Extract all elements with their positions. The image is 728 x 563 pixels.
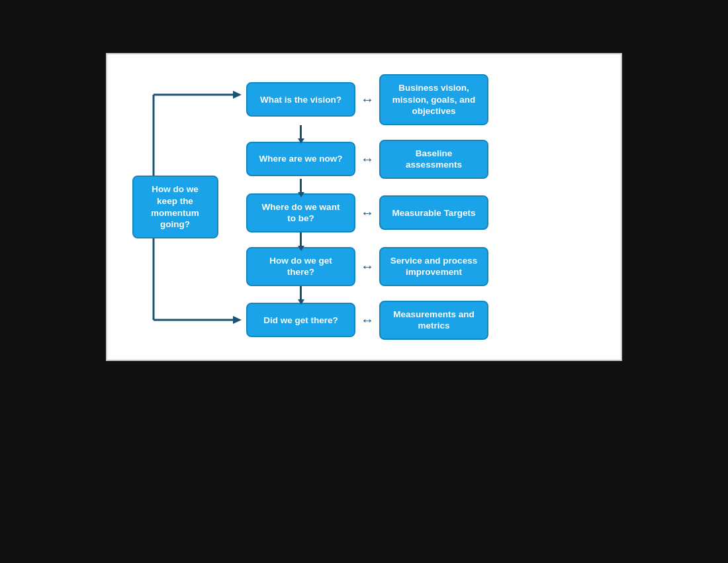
down-arrow-4 xyxy=(298,299,304,305)
down-arrow-2 xyxy=(298,192,304,197)
v-conn-1 xyxy=(246,125,355,140)
arrow-4: ↔ xyxy=(361,259,374,274)
service-process-label: Service and process improvement xyxy=(390,255,478,278)
diagram-container: How do we keep the momentum going? What … xyxy=(106,53,622,361)
double-arrow-1: ↔ xyxy=(361,92,374,107)
how-get-box: How do we get there? xyxy=(246,247,355,286)
arrow-3: ↔ xyxy=(361,205,374,221)
where-now-box: Where are we now? xyxy=(246,142,355,176)
row-5: Did we get there? ↔ Measurements and met… xyxy=(246,301,488,340)
main-layout: How do we keep the momentum going? What … xyxy=(127,74,601,340)
row-4: How do we get there? ↔ Service and proce… xyxy=(246,247,488,286)
v-conn-3 xyxy=(246,232,355,247)
v-conn-2 xyxy=(246,179,355,193)
v-line-3 xyxy=(300,232,302,247)
measurements-box: Measurements and metrics xyxy=(379,301,488,340)
v-line-1 xyxy=(300,125,302,140)
double-arrow-5: ↔ xyxy=(361,313,374,328)
arrow-1: ↔ xyxy=(361,92,374,107)
v-line-4 xyxy=(300,286,302,301)
svg-marker-2 xyxy=(233,91,242,99)
baseline-label: Baseline assessments xyxy=(390,148,478,171)
measurable-targets-box: Measurable Targets xyxy=(379,195,488,230)
row-3: Where do we want to be? ↔ Measurable Tar… xyxy=(246,193,488,232)
did-get-box: Did we get there? xyxy=(246,303,355,337)
down-arrow-1 xyxy=(298,138,304,144)
business-vision-box: Business vision, mission, goals, and obj… xyxy=(379,74,488,125)
momentum-box: How do we keep the momentum going? xyxy=(132,176,218,238)
double-arrow-2: ↔ xyxy=(361,152,374,167)
double-arrow-3: ↔ xyxy=(361,205,374,221)
how-get-label: How do we get there? xyxy=(257,255,345,278)
v-line-2 xyxy=(300,179,302,193)
arrow-2: ↔ xyxy=(361,152,374,167)
baseline-box: Baseline assessments xyxy=(379,140,488,179)
measurable-targets-label: Measurable Targets xyxy=(392,207,476,219)
vision-label: What is the vision? xyxy=(260,94,341,106)
svg-marker-4 xyxy=(233,316,242,324)
row-2: Where are we now? ↔ Baseline assessments xyxy=(246,140,488,179)
where-want-label: Where do we want to be? xyxy=(257,201,345,225)
where-now-label: Where are we now? xyxy=(259,153,342,165)
vision-box: What is the vision? xyxy=(246,82,355,117)
where-want-box: Where do we want to be? xyxy=(246,193,355,232)
momentum-label: How do we keep the momentum going? xyxy=(143,183,208,230)
center-right-area: What is the vision? ↔ Business vision, m… xyxy=(246,74,488,340)
measurements-label: Measurements and metrics xyxy=(390,309,478,332)
down-arrow-3 xyxy=(298,246,304,251)
arrow-5: ↔ xyxy=(361,313,374,328)
service-process-box: Service and process improvement xyxy=(379,247,488,286)
business-vision-label: Business vision, mission, goals, and obj… xyxy=(390,82,478,117)
did-get-label: Did we get there? xyxy=(263,315,338,327)
double-arrow-4: ↔ xyxy=(361,259,374,274)
left-section: How do we keep the momentum going? xyxy=(127,176,223,238)
v-conn-4 xyxy=(246,286,355,301)
row-1: What is the vision? ↔ Business vision, m… xyxy=(246,74,488,125)
